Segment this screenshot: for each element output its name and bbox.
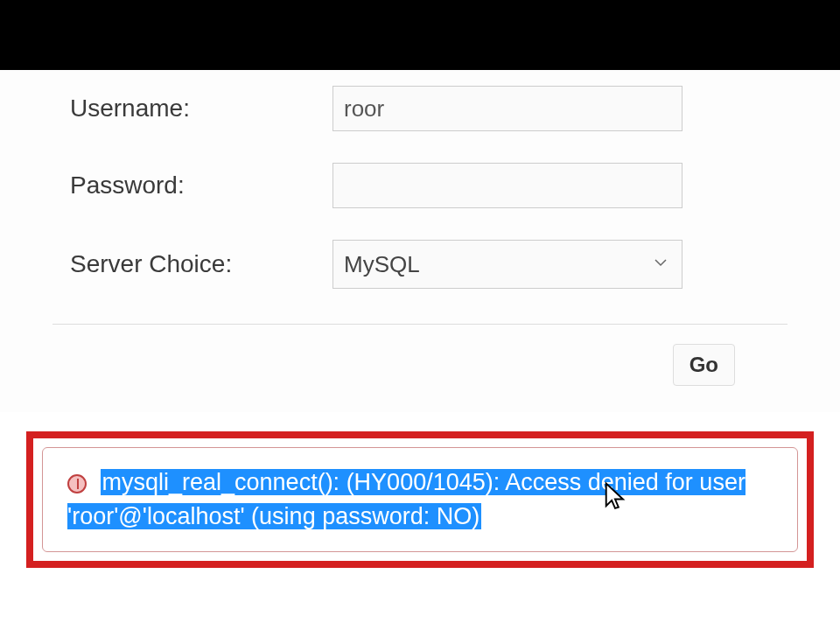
password-label: Password: xyxy=(52,172,332,200)
error-icon xyxy=(67,474,87,494)
username-label: Username: xyxy=(52,94,332,122)
error-highlight: mysqli_real_connect(): (HY000/1045): Acc… xyxy=(26,431,814,568)
server-select-wrap: MySQL xyxy=(332,240,682,289)
server-label: Server Choice: xyxy=(52,250,332,278)
button-row: Go xyxy=(52,325,788,412)
login-form: Username: Password: Server Choice: MySQL xyxy=(0,70,840,412)
error-text[interactable]: mysqli_real_connect(): (HY000/1045): Acc… xyxy=(67,469,746,529)
error-message-box: mysqli_real_connect(): (HY000/1045): Acc… xyxy=(42,447,798,552)
password-input[interactable] xyxy=(332,163,682,208)
server-select[interactable]: MySQL xyxy=(332,240,682,289)
page-frame: Username: Password: Server Choice: MySQL xyxy=(0,70,840,630)
username-input[interactable] xyxy=(332,86,682,131)
server-row: Server Choice: MySQL xyxy=(52,224,788,304)
password-row: Password: xyxy=(52,147,788,224)
password-control xyxy=(332,163,682,208)
username-row: Username: xyxy=(52,70,788,147)
username-control xyxy=(332,86,682,131)
go-button[interactable]: Go xyxy=(673,344,735,386)
